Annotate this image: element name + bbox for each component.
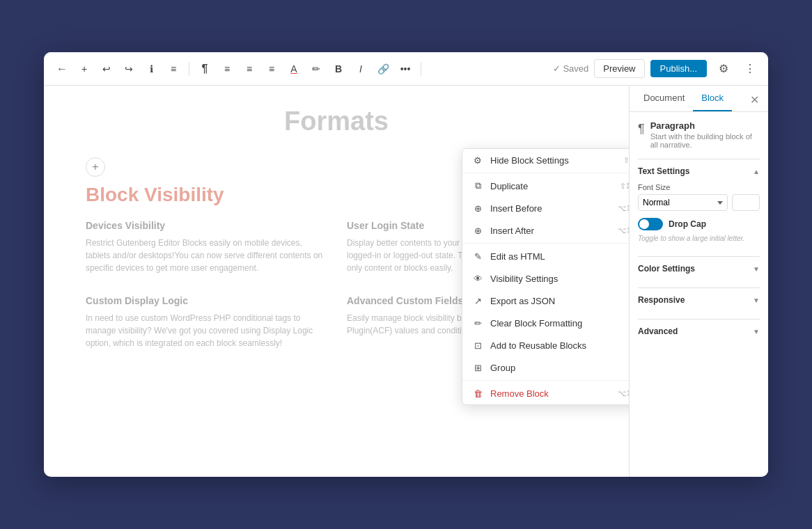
color-settings-header[interactable]: Color Settings ▼ bbox=[638, 257, 760, 281]
menu-item-insert-before[interactable]: ⊕ Insert Before ⌥⌘T bbox=[462, 197, 629, 219]
menu-item-hide-block-settings[interactable]: ⚙ Hide Block Settings ⇧⌘, bbox=[462, 149, 629, 171]
toolbar: ← + ↩ ↪ ℹ ≡ ¶ ≡ ≡ ≡ A bbox=[44, 52, 768, 86]
advanced-chevron: ▼ bbox=[753, 328, 760, 335]
paragraph-button[interactable]: ¶ bbox=[195, 59, 214, 79]
drop-cap-label: Drop Cap bbox=[669, 219, 706, 229]
menu-item-remove-block[interactable]: 🗑 Remove Block ⌥⌘Z bbox=[462, 382, 629, 404]
sidebar-tabs: Document Block ✕ bbox=[630, 86, 768, 112]
text-settings-header[interactable]: Text Settings ▲ bbox=[638, 159, 760, 183]
menu-label-duplicate: Duplicate bbox=[490, 181, 613, 191]
editor-main: Formats + Block Visibility Devices Visib… bbox=[44, 86, 629, 477]
menu-label-insert-before: Insert Before bbox=[490, 203, 611, 214]
preview-button[interactable]: Preview bbox=[594, 59, 644, 78]
export-icon: ↗ bbox=[472, 295, 483, 306]
tab-document[interactable]: Document bbox=[635, 86, 693, 111]
settings-button[interactable]: ⚙ bbox=[712, 58, 735, 80]
separator-3 bbox=[462, 380, 629, 381]
text-color-button[interactable]: A bbox=[284, 59, 304, 79]
advanced-header[interactable]: Advanced ▼ bbox=[638, 319, 760, 343]
menu-item-insert-after[interactable]: ⊕ Insert After ⌥⌘Y bbox=[462, 219, 629, 242]
more-options-button[interactable]: ••• bbox=[396, 59, 415, 79]
color-settings-chevron: ▼ bbox=[753, 265, 760, 273]
highlighter-button[interactable]: ✏ bbox=[306, 59, 326, 79]
feature-title-3: Custom Display Logic bbox=[86, 295, 326, 306]
color-settings-section: Color Settings ▼ bbox=[638, 256, 760, 281]
align-right-button[interactable]: ≡ bbox=[262, 59, 281, 79]
back-button[interactable]: ← bbox=[52, 59, 72, 79]
align-left-button[interactable]: ≡ bbox=[217, 59, 237, 79]
menu-item-add-reusable[interactable]: ⊡ Add to Reusable Blocks bbox=[462, 334, 629, 356]
block-description: Start with the building block of all nar… bbox=[650, 132, 760, 149]
trash-icon: 🗑 bbox=[472, 388, 483, 399]
menu-shortcut-insert-after: ⌥⌘Y bbox=[618, 226, 629, 235]
block-name: Paragraph bbox=[650, 120, 760, 131]
feature-desc-3: In need to use custom WordPress PHP cond… bbox=[86, 312, 326, 349]
block-info: ¶ Paragraph Start with the building bloc… bbox=[638, 120, 760, 149]
menu-item-visibility-settings[interactable]: 👁 Visibility Settings bbox=[462, 267, 629, 290]
publish-button[interactable]: Publish... bbox=[650, 60, 707, 77]
editor-body: Formats + Block Visibility Devices Visib… bbox=[44, 86, 768, 477]
toolbar-separator-2 bbox=[421, 62, 421, 76]
add-block-button-inline[interactable]: + bbox=[86, 157, 105, 177]
bold-button[interactable]: B bbox=[329, 59, 348, 79]
menu-item-export-json[interactable]: ↗ Export as JSON bbox=[462, 290, 629, 312]
menu-shortcut-remove-block: ⌥⌘Z bbox=[618, 389, 629, 398]
text-settings-section: Text Settings ▲ Font Size SmallNormalMed… bbox=[638, 159, 760, 249]
clear-format-icon: ✏ bbox=[472, 317, 483, 329]
add-block-button[interactable]: + bbox=[75, 59, 94, 79]
toolbar-right: ✓ Saved Preview Publish... ⚙ ⋮ bbox=[553, 58, 760, 80]
feature-title-1: Devices Visibility bbox=[86, 220, 326, 231]
menu-shortcut-duplicate: ⇧⌘D bbox=[620, 182, 629, 191]
responsive-title: Responsive bbox=[638, 295, 685, 305]
undo-button[interactable]: ↩ bbox=[97, 59, 116, 79]
tab-block[interactable]: Block bbox=[693, 86, 732, 111]
color-settings-title: Color Settings bbox=[638, 264, 695, 274]
menu-item-clear-formatting[interactable]: ✏ Clear Block Formatting bbox=[462, 312, 629, 334]
reusable-icon: ⊡ bbox=[472, 340, 483, 351]
sidebar-right: Document Block ✕ ¶ Paragraph Start with … bbox=[629, 86, 768, 477]
menu-item-edit-as-html[interactable]: ✎ Edit as HTML bbox=[462, 245, 629, 267]
page-title: Formats bbox=[86, 106, 587, 136]
saved-status: ✓ Saved bbox=[553, 63, 588, 74]
group-icon: ⊞ bbox=[472, 362, 483, 373]
font-size-input[interactable] bbox=[732, 194, 760, 211]
text-settings-title: Text Settings bbox=[638, 166, 689, 176]
sidebar-content: ¶ Paragraph Start with the building bloc… bbox=[630, 112, 768, 477]
drop-cap-hint: Toggle to show a large initial letter. bbox=[638, 235, 760, 242]
menu-item-group[interactable]: ⊞ Group bbox=[462, 356, 629, 379]
font-size-row: SmallNormalMediumLargeExtra Large bbox=[638, 194, 760, 211]
responsive-section: Responsive ▼ bbox=[638, 287, 760, 312]
edit-html-icon: ✎ bbox=[472, 251, 483, 262]
list-view-button[interactable]: ≡ bbox=[164, 59, 183, 79]
font-size-label: Font Size bbox=[638, 183, 760, 191]
link-button[interactable]: 🔗 bbox=[373, 59, 393, 79]
align-center-button[interactable]: ≡ bbox=[240, 59, 259, 79]
drop-cap-row: Drop Cap bbox=[638, 218, 760, 230]
feature-desc-1: Restrict Gutenberg Editor Blocks easily … bbox=[86, 237, 326, 274]
duplicate-icon: ⧉ bbox=[472, 180, 483, 191]
text-settings-body: Font Size SmallNormalMediumLargeExtra La… bbox=[638, 183, 760, 249]
responsive-header[interactable]: Responsive ▼ bbox=[638, 288, 760, 312]
separator-2 bbox=[462, 243, 629, 244]
menu-shortcut-hide-block-settings: ⇧⌘, bbox=[623, 156, 629, 165]
font-size-select[interactable]: SmallNormalMediumLargeExtra Large bbox=[638, 194, 728, 211]
toolbar-separator-1 bbox=[189, 62, 189, 76]
menu-shortcut-insert-before: ⌥⌘T bbox=[618, 204, 629, 213]
advanced-title: Advanced bbox=[638, 326, 678, 336]
italic-button[interactable]: I bbox=[351, 59, 370, 79]
insert-before-icon: ⊕ bbox=[472, 203, 483, 214]
menu-label-edit-as-html: Edit as HTML bbox=[490, 251, 629, 262]
sidebar-close-button[interactable]: ✕ bbox=[746, 91, 763, 108]
more-menu-button[interactable]: ⋮ bbox=[740, 59, 760, 79]
info-button[interactable]: ℹ bbox=[141, 59, 161, 79]
menu-item-duplicate[interactable]: ⧉ Duplicate ⇧⌘D bbox=[462, 175, 629, 197]
visibility-icon: 👁 bbox=[472, 273, 483, 284]
text-settings-chevron: ▲ bbox=[753, 168, 760, 175]
responsive-chevron: ▼ bbox=[753, 297, 760, 304]
drop-cap-toggle[interactable] bbox=[638, 218, 663, 230]
feature-item-1: Devices Visibility Restrict Gutenberg Ed… bbox=[86, 220, 326, 274]
redo-button[interactable]: ↪ bbox=[119, 59, 139, 79]
menu-label-clear-formatting: Clear Block Formatting bbox=[490, 318, 629, 329]
gear-icon: ⚙ bbox=[472, 155, 483, 166]
menu-label-insert-after: Insert After bbox=[490, 226, 611, 236]
